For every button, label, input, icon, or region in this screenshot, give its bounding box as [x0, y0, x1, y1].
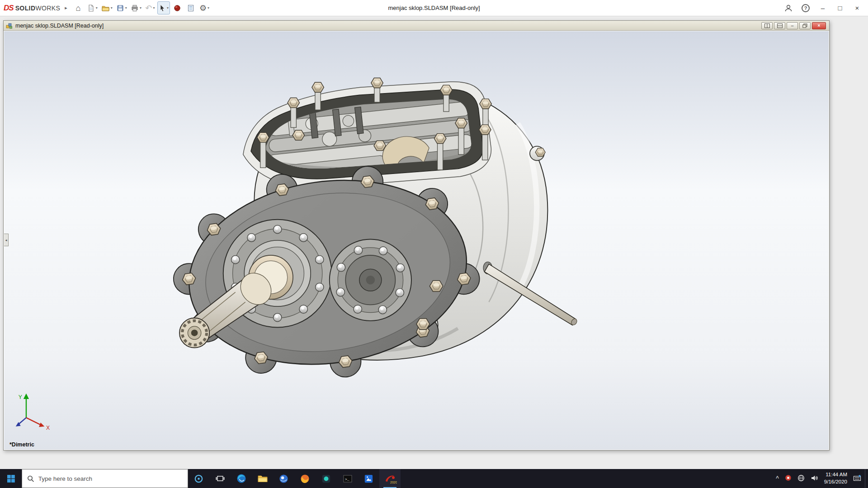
- maximize-icon: □: [838, 4, 842, 12]
- start-button[interactable]: [0, 469, 22, 488]
- undo-icon: ↶: [145, 4, 152, 12]
- close-icon: ×: [855, 4, 859, 12]
- document-title: menjac sklop.SLDASM [Read-only]: [15, 23, 104, 29]
- gear-icon: ⚙: [199, 4, 207, 12]
- terminal-button[interactable]: >_: [337, 469, 358, 488]
- solidworks-taskbar-button[interactable]: 2020: [379, 469, 401, 488]
- graphics-area: Y X *Dimetric ◂: [4, 31, 829, 450]
- user-account-icon: [784, 4, 793, 13]
- document-titlebar[interactable]: menjac sklop.SLDASM [Read-only]: [4, 21, 829, 31]
- evaluate-button[interactable]: [184, 1, 197, 14]
- tray-security-button[interactable]: [785, 474, 792, 483]
- photos-button[interactable]: [358, 469, 379, 488]
- pane-layout-button-1[interactable]: [761, 22, 773, 29]
- terminal-icon: >_: [342, 474, 353, 484]
- workspace: menjac sklop.SLDASM [Read-only]: [0, 17, 868, 469]
- pane-split-horizontal-icon: [777, 23, 783, 28]
- close-button[interactable]: ×: [850, 2, 864, 14]
- select-tool-button[interactable]: ▾: [157, 1, 170, 14]
- show-desktop-button[interactable]: [865, 469, 868, 488]
- dropdown-caret-icon: ▾: [111, 6, 113, 10]
- sw-version-badge: 2020: [390, 481, 397, 484]
- dropdown-caret-icon: ▾: [208, 6, 209, 10]
- open-folder-icon: [101, 4, 110, 12]
- solidworks-app-icon: 2020: [383, 473, 397, 484]
- select-cursor-icon: [159, 4, 166, 12]
- tray-volume-button[interactable]: [811, 474, 818, 483]
- cortana-button[interactable]: [188, 469, 209, 488]
- dropdown-caret-icon: ▾: [96, 6, 98, 10]
- open-button[interactable]: ▾: [100, 1, 114, 14]
- minimize-icon: –: [821, 4, 825, 12]
- edge-icon: [236, 473, 247, 484]
- security-tray-icon: [785, 474, 792, 481]
- file-explorer-icon: [257, 474, 268, 484]
- undo-button[interactable]: ↶ ▾: [144, 1, 156, 14]
- help-button[interactable]: ?: [798, 2, 813, 14]
- assembly-document-icon: [6, 23, 13, 29]
- close-icon: ×: [818, 23, 821, 28]
- options-button[interactable]: ⚙ ▾: [198, 1, 211, 14]
- chevron-up-icon: ^: [776, 475, 779, 482]
- ds-logo-icon: DS: [4, 4, 14, 13]
- file-explorer-button[interactable]: [252, 469, 273, 488]
- search-icon: [27, 475, 34, 483]
- account-button[interactable]: [781, 2, 796, 14]
- triad-y-label: Y: [19, 394, 22, 400]
- tray-keyboard-button[interactable]: [853, 474, 861, 483]
- teal-app-icon: [321, 474, 331, 484]
- window-title: menjac sklop.SLDASM [Read-only]: [388, 5, 480, 11]
- new-document-button[interactable]: ▾: [85, 1, 99, 14]
- doc-minimize-button[interactable]: –: [787, 22, 798, 29]
- dropdown-caret-icon: ▾: [140, 6, 142, 10]
- gearbox-assembly-model[interactable]: Y X: [4, 31, 829, 450]
- doc-close-button[interactable]: ×: [812, 22, 826, 29]
- minimize-icon: –: [791, 23, 794, 28]
- taskbar-search[interactable]: [22, 469, 188, 488]
- panel-collapse-icon: ◂: [5, 238, 7, 242]
- clock-date: 9/16/2020: [824, 479, 847, 486]
- feature-manager-collapse-tab[interactable]: ◂: [4, 234, 9, 246]
- pane-split-icon: [764, 23, 770, 28]
- search-input[interactable]: [38, 475, 183, 482]
- home-button[interactable]: ⌂: [72, 1, 85, 14]
- teal-app-button[interactable]: [316, 469, 337, 488]
- dropdown-caret-icon: ▾: [125, 6, 127, 10]
- taskbar-clock[interactable]: 11:44 AM 9/16/2020: [824, 471, 847, 485]
- photos-icon: [363, 474, 374, 484]
- document-window: menjac sklop.SLDASM [Read-only]: [3, 20, 830, 450]
- triad-x-label: X: [46, 425, 50, 431]
- new-document-icon: [87, 4, 95, 12]
- viewport-3d[interactable]: Y X *Dimetric ◂: [4, 31, 829, 450]
- tray-expand-button[interactable]: ^: [776, 475, 779, 482]
- system-tray: ^: [772, 469, 865, 488]
- browser-globe-icon: [278, 474, 289, 484]
- network-globe-icon: [797, 474, 805, 482]
- edge-button[interactable]: [231, 469, 252, 488]
- firefox-icon: [300, 474, 310, 484]
- print-icon: [131, 4, 139, 12]
- xpress-products-button[interactable]: [171, 1, 184, 14]
- help-icon: ?: [802, 4, 810, 12]
- browser-button[interactable]: [273, 469, 294, 488]
- pane-layout-button-2[interactable]: [774, 22, 785, 29]
- firefox-button[interactable]: [294, 469, 316, 488]
- maximize-button[interactable]: □: [833, 2, 847, 14]
- volume-icon: [811, 474, 818, 482]
- brand-solid: SOLID: [15, 5, 36, 12]
- doc-restore-button[interactable]: [799, 22, 811, 29]
- expand-toolbar-icon[interactable]: ▸: [65, 5, 67, 11]
- home-icon: ⌂: [75, 4, 80, 12]
- dropdown-caret-icon: ▾: [153, 6, 155, 10]
- minimize-button[interactable]: –: [816, 2, 830, 14]
- dropdown-caret-icon: ▾: [167, 6, 169, 10]
- main-titlebar[interactable]: DS SOLID WORKS ▸ ⌂ ▾ ▾: [0, 0, 868, 16]
- save-button[interactable]: ▾: [115, 1, 128, 14]
- tray-network-button[interactable]: [797, 474, 805, 483]
- task-view-button[interactable]: [209, 469, 231, 488]
- save-icon: [116, 4, 124, 12]
- taskbar: >_ 2020 ^: [0, 469, 868, 488]
- print-button[interactable]: ▾: [129, 1, 143, 14]
- windows-logo-icon: [7, 475, 15, 483]
- taskbar-spacer: [401, 469, 772, 488]
